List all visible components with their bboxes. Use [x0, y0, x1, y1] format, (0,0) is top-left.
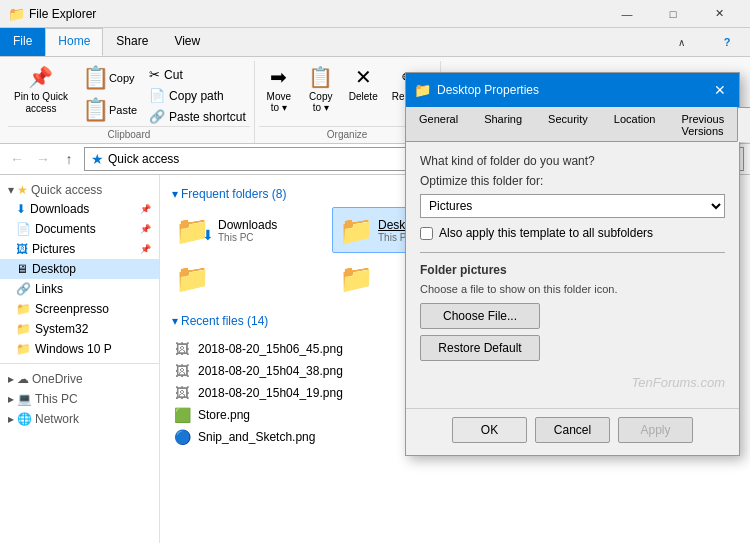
move-label: Moveto ▾	[267, 91, 291, 113]
back-button[interactable]: ←	[6, 148, 28, 170]
dialog-optimize-label: Optimize this folder for:	[420, 174, 725, 188]
dialog-apply-button[interactable]: Apply	[618, 417, 693, 443]
pictures-icon: 🖼	[16, 242, 28, 256]
downloads-icon: ⬇	[16, 202, 26, 216]
thispc-label: This PC	[35, 392, 78, 406]
chevron-right-icon3: ▸	[8, 412, 14, 426]
sidebar-item-links[interactable]: 🔗 Links	[0, 279, 159, 299]
apply-template-checkbox[interactable]	[420, 227, 433, 240]
sidebar-label-pictures: Pictures	[32, 242, 136, 256]
copy-to-icon: 📋	[308, 65, 333, 89]
paste-button[interactable]: 📋 Paste	[76, 95, 143, 125]
tab-view[interactable]: View	[161, 28, 213, 56]
sidebar-section-quick-access[interactable]: ▾ ★ Quick access	[0, 179, 159, 199]
apply-template-label: Also apply this template to all subfolde…	[439, 226, 653, 240]
title-bar: 📁 File Explorer — □ ✕	[0, 0, 750, 28]
sidebar-label-screenpresso: Screenpresso	[35, 302, 151, 316]
pin-label: Pin to Quickaccess	[14, 91, 68, 115]
sidebar: ▾ ★ Quick access ⬇ Downloads 📌 📄 Documen…	[0, 175, 160, 543]
copy-path-label: Copy path	[169, 89, 224, 103]
choose-file-button[interactable]: Choose File...	[420, 303, 540, 329]
sidebar-item-windows10[interactable]: 📁 Windows 10 P	[0, 339, 159, 359]
extra3-icon: 📁	[339, 262, 374, 295]
sidebar-section-network[interactable]: ▸ 🌐 Network	[0, 408, 159, 428]
sidebar-item-screenpresso[interactable]: 📁 Screenpresso	[0, 299, 159, 319]
desktop-icon: 🖥	[16, 262, 28, 276]
paste-icon: 📋	[82, 97, 109, 123]
dialog-close-button[interactable]: ✕	[709, 79, 731, 101]
folder-item-downloads[interactable]: 📁⬇ Downloads This PC	[168, 207, 328, 253]
pin-indicator2: 📌	[140, 224, 151, 234]
recent-files-label: Recent files (14)	[181, 314, 268, 328]
folder-item-extra2[interactable]: 📁	[168, 257, 328, 300]
pin-icon: 📌	[28, 65, 53, 89]
tab-share[interactable]: Share	[103, 28, 161, 56]
dialog-tab-security[interactable]: Security	[535, 107, 601, 142]
dialog-folder-pictures-header: Folder pictures	[420, 263, 725, 277]
onedrive-label: OneDrive	[32, 372, 83, 386]
copy-to-button[interactable]: 📋 Copyto ▾	[301, 63, 341, 115]
close-button[interactable]: ✕	[696, 0, 742, 28]
chevron-down-icon: ▾	[8, 183, 14, 197]
paste-shortcut-label: Paste shortcut	[169, 110, 246, 124]
dialog-optimize-select[interactable]: General items Documents Pictures Music V…	[420, 194, 725, 218]
dialog-title-text: Desktop Properties	[437, 83, 709, 97]
windows10-icon: 📁	[16, 342, 31, 356]
recent-icon-4: 🟩	[172, 407, 192, 423]
restore-default-button[interactable]: Restore Default	[420, 335, 540, 361]
ribbon-help-button[interactable]: ?	[704, 28, 750, 56]
sidebar-item-desktop[interactable]: 🖥 Desktop	[0, 259, 159, 279]
pin-to-quick-access-button[interactable]: 📌 Pin to Quickaccess	[8, 63, 74, 117]
move-icon: ➡	[270, 65, 287, 89]
recent-icon-3: 🖼	[172, 385, 192, 401]
recent-icon-5: 🔵	[172, 429, 192, 445]
ribbon-collapse-button[interactable]: ∧	[658, 28, 704, 56]
sidebar-section-onedrive[interactable]: ▸ ☁ OneDrive	[0, 368, 159, 388]
dialog-divider	[420, 252, 725, 253]
downloads-folder-info: Downloads This PC	[218, 218, 277, 243]
sidebar-divider1	[0, 363, 159, 364]
dialog-tab-location[interactable]: Location	[601, 107, 669, 142]
delete-label: Delete	[349, 91, 378, 102]
sidebar-section-thispc[interactable]: ▸ 💻 This PC	[0, 388, 159, 408]
sidebar-label-desktop: Desktop	[32, 262, 151, 276]
dialog-ok-button[interactable]: OK	[452, 417, 527, 443]
pin-indicator: 📌	[140, 204, 151, 214]
copy-button[interactable]: 📋 Copy	[76, 63, 143, 93]
minimize-button[interactable]: —	[604, 0, 650, 28]
dialog-tab-previous-versions[interactable]: Previous Versions	[668, 107, 737, 142]
delete-button[interactable]: ✕ Delete	[343, 63, 384, 104]
dialog-footer: OK Cancel Apply	[406, 408, 739, 455]
maximize-button[interactable]: □	[650, 0, 696, 28]
paste-shortcut-button[interactable]: 🔗 Paste shortcut	[145, 107, 250, 126]
chevron-down-icon2: ▾	[172, 187, 178, 201]
paste-label: Paste	[109, 104, 137, 116]
forward-button[interactable]: →	[32, 148, 54, 170]
move-to-button[interactable]: ➡ Moveto ▾	[259, 63, 299, 115]
dialog-tab-sharing[interactable]: Sharing	[471, 107, 535, 142]
sidebar-label-system32: System32	[35, 322, 151, 336]
paste-shortcut-icon: 🔗	[149, 109, 165, 124]
sidebar-item-pictures[interactable]: 🖼 Pictures 📌	[0, 239, 159, 259]
title-bar-text: File Explorer	[29, 7, 604, 21]
dialog-tab-customize[interactable]: Customize	[737, 107, 750, 142]
sidebar-label-downloads: Downloads	[30, 202, 136, 216]
up-button[interactable]: ↑	[58, 148, 80, 170]
tab-file[interactable]: File	[0, 28, 45, 56]
cut-button[interactable]: ✂ Cut	[145, 65, 250, 84]
clipboard-group-label: Clipboard	[8, 126, 250, 143]
sidebar-item-documents[interactable]: 📄 Documents 📌	[0, 219, 159, 239]
downloads-folder-name: Downloads	[218, 218, 277, 232]
sidebar-item-downloads[interactable]: ⬇ Downloads 📌	[0, 199, 159, 219]
cut-label: Cut	[164, 68, 183, 82]
dialog-titlebar: 📁 Desktop Properties ✕	[406, 73, 739, 107]
dialog-tab-general[interactable]: General	[406, 107, 471, 142]
dialog-checkbox-row: Also apply this template to all subfolde…	[420, 226, 725, 240]
tab-home[interactable]: Home	[45, 28, 103, 56]
downloads-folder-icon: 📁⬇	[175, 214, 214, 247]
copy-path-button[interactable]: 📄 Copy path	[145, 86, 250, 105]
recent-icon-1: 🖼	[172, 341, 192, 357]
frequent-folders-label: Frequent folders (8)	[181, 187, 286, 201]
sidebar-item-system32[interactable]: 📁 System32	[0, 319, 159, 339]
dialog-cancel-button[interactable]: Cancel	[535, 417, 610, 443]
